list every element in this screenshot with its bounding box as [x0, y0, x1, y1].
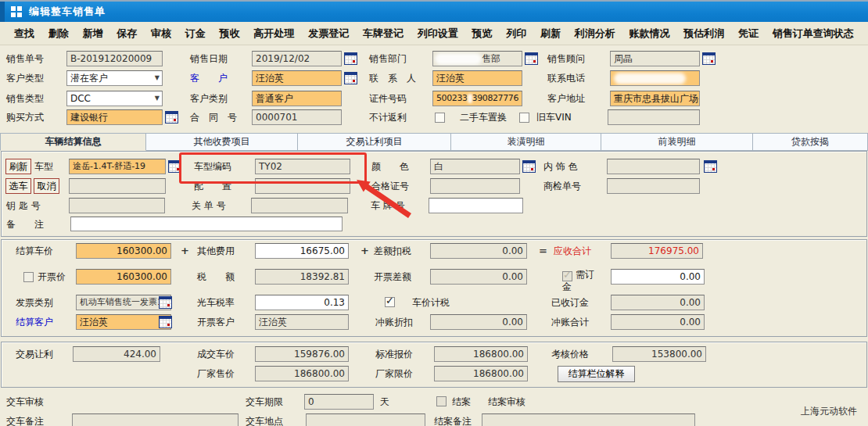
menu-item-print-setup[interactable]: 列印设置: [418, 27, 458, 41]
config-field: [255, 178, 350, 194]
invoice-price-checkbox[interactable]: [23, 272, 34, 282]
menu-item-voucher[interactable]: 凭证: [738, 27, 759, 41]
invoice-type-field[interactable]: 机动车销售统一发票1: [76, 295, 171, 310]
invoice-price-field[interactable]: 160300.00: [76, 269, 171, 285]
tab-trade-discount[interactable]: 交易让利项目: [298, 133, 451, 151]
chevron-down-icon: ▼: [155, 91, 160, 106]
calendar-icon[interactable]: [525, 52, 538, 65]
vehicle-remark-label: 备 注: [6, 217, 44, 232]
no-rebate-checkbox[interactable]: [435, 113, 445, 123]
menu-item-audit[interactable]: 审核: [151, 27, 171, 41]
key-no-field[interactable]: [69, 198, 165, 213]
deal-discount-field: 424.00: [73, 346, 160, 362]
menu-item-profit-analysis[interactable]: 利润分析: [575, 27, 615, 41]
plus-operator: +: [360, 243, 369, 259]
cust-type-select[interactable]: 潜在客户▼: [66, 70, 163, 86]
cancel-button[interactable]: 取消: [34, 178, 59, 194]
delivery-deadline-field[interactable]: 0: [304, 394, 374, 410]
model-field[interactable]: 途岳-1.4T-舒适-19: [69, 159, 166, 174]
calendar-icon[interactable]: [344, 52, 357, 65]
cert-no-field: [430, 178, 520, 194]
contact-field[interactable]: 汪治英: [432, 70, 522, 86]
menu-item-account-status[interactable]: 账款情况: [629, 27, 669, 41]
deposit-recv-label: 已收订金: [551, 295, 589, 310]
tax-rate-field[interactable]: 0.13: [255, 295, 349, 310]
invoice-cust-label: 开票客户: [197, 314, 235, 330]
select-vehicle-button[interactable]: 选车: [5, 178, 31, 194]
menu-item-preview[interactable]: 预览: [472, 27, 492, 41]
address-field[interactable]: 重庆市忠县拔山广场-: [610, 91, 700, 106]
used-swap-checkbox[interactable]: [519, 113, 529, 123]
price-taxed-label: 车价计税: [412, 295, 450, 310]
menu-item-print[interactable]: 列印: [506, 27, 526, 41]
calendar-icon[interactable]: [702, 52, 716, 65]
config-label: 配 置: [194, 178, 231, 194]
old-vin-field[interactable]: [608, 109, 700, 125]
menu-item-invoice-reg[interactable]: 发票登记: [308, 27, 349, 41]
calendar-icon[interactable]: [522, 160, 536, 173]
menu-item-new[interactable]: 新增: [83, 27, 103, 41]
color-field[interactable]: 白: [430, 159, 520, 174]
interior-field[interactable]: [607, 159, 700, 174]
delivery-remark-field[interactable]: [72, 413, 239, 426]
tab-decoration-detail[interactable]: 装潢明细: [451, 133, 601, 151]
tab-other-fees[interactable]: 其他收费项目: [146, 133, 298, 151]
settle-price-field[interactable]: 160300.00: [76, 243, 171, 259]
menu-item-est-profit[interactable]: 预估利润: [683, 27, 724, 41]
menu-item-delete[interactable]: 删除: [48, 27, 69, 41]
delivery-place-field[interactable]: [306, 413, 425, 426]
sale-date-field[interactable]: 2019/12/02: [252, 51, 342, 66]
old-vin-label: 旧车VIN: [536, 109, 572, 125]
other-fee-field[interactable]: 16675.00: [255, 243, 349, 259]
offset-disc-field: 0.00: [430, 314, 527, 330]
menu-item-refresh[interactable]: 刷新: [540, 27, 561, 41]
calendar-icon[interactable]: [704, 160, 717, 173]
calendar-icon[interactable]: [344, 72, 357, 84]
pay-method-field[interactable]: 建设银行: [66, 109, 163, 125]
calendar-icon[interactable]: [165, 111, 178, 124]
menu-item-save[interactable]: 保存: [117, 27, 137, 41]
case-close-checkbox[interactable]: [436, 396, 447, 406]
deposit-req-field[interactable]: 0.00: [611, 269, 705, 285]
delivery-audit-label: 交车审核: [6, 394, 44, 410]
tab-vehicle-settlement[interactable]: 车辆结算信息: [0, 133, 146, 151]
close-audit-label: 结案审核: [488, 394, 525, 410]
vehicle-sales-order-window: 编辑整车销售单 查找 删除 新增 保存 审核 订金 预收 高开处理 发票登记 车…: [0, 0, 868, 426]
menu-item-deposit[interactable]: 订金: [185, 27, 206, 41]
sale-kind-select[interactable]: DCC▼: [66, 91, 163, 106]
tax-rate-label: 光车税率: [197, 295, 235, 310]
vehicle-remark-field[interactable]: [70, 217, 343, 231]
menu-bar: 查找 删除 新增 保存 审核 订金 预收 高开处理 发票登记 车牌登记 列印设置…: [0, 22, 868, 45]
windows-logo-icon: [11, 6, 23, 18]
menu-item-prereceive[interactable]: 预收: [220, 27, 240, 41]
case-close-label: 结案: [452, 394, 471, 410]
advisor-field[interactable]: 周晶: [610, 51, 700, 66]
customs-no-field[interactable]: [251, 198, 348, 213]
settle-cust-label: 结算客户: [16, 314, 53, 330]
close-remark-field[interactable]: [482, 413, 695, 426]
contract-no-field: 0000701: [252, 109, 342, 125]
menu-item-highopen[interactable]: 高开处理: [253, 27, 294, 41]
price-taxed-checkbox[interactable]: [385, 297, 395, 307]
plate-no-field[interactable]: [429, 198, 523, 213]
calendar-icon[interactable]: [168, 160, 181, 173]
customer-field[interactable]: 汪治英: [252, 70, 342, 86]
id-no-field[interactable]: 500233390827776: [432, 91, 522, 106]
phone-field[interactable]: [610, 70, 700, 86]
settlement-fields-explain-button[interactable]: 结算栏位解释: [558, 366, 635, 382]
cust-class-field[interactable]: 普通客户: [252, 91, 342, 106]
tab-preinstall-detail[interactable]: 前装明细: [601, 133, 753, 151]
tax-label: 税 额: [197, 269, 235, 285]
deposit-req-label: 需订金: [562, 268, 600, 293]
tab-loan-mortgage[interactable]: 贷款按揭: [753, 133, 868, 151]
settle-cust-field[interactable]: 汪治英: [76, 314, 171, 330]
menu-item-plate-reg[interactable]: 车牌登记: [363, 27, 404, 41]
refresh-button[interactable]: 刷新: [5, 159, 31, 174]
calendar-icon[interactable]: [159, 296, 172, 309]
sale-dept-field[interactable]: 售部: [432, 51, 522, 66]
menu-item-find[interactable]: 查找: [14, 27, 34, 41]
calendar-icon[interactable]: [159, 316, 172, 328]
menu-item-order-query-status[interactable]: 销售订单查询状态: [773, 27, 854, 41]
sale-kind-label: 销售类型: [6, 91, 44, 106]
factory-price-field: 186800.00: [255, 366, 349, 381]
